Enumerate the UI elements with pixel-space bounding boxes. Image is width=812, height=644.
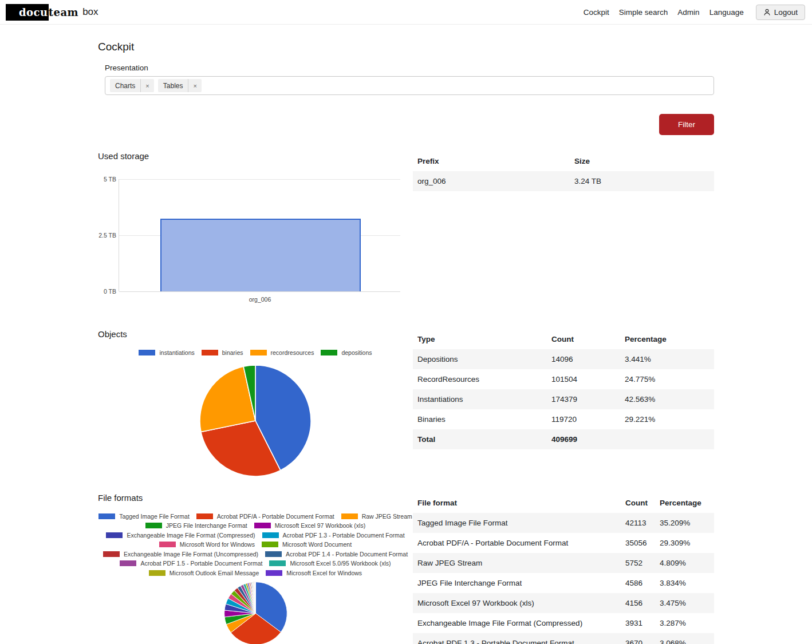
table-cell: 3.441% [620,349,714,369]
table-cell: Total [413,429,547,449]
app-root: docuteam box CockpitSimple searchAdminLa… [0,0,812,644]
table-row: Total409699 [413,429,714,449]
table-cell: 4586 [621,573,655,593]
legend-item: Exchangeable Image File Format (Uncompre… [103,551,258,558]
legend-label: Microsoft Outlook Email Message [170,570,259,576]
chip-label: Tables [158,79,188,92]
file-formats-table: File formatCountPercentageTagged Image F… [413,494,714,644]
table-cell: Instantiations [413,389,547,409]
nav-item-admin[interactable]: Admin [677,8,699,17]
legend-label: instantiations [159,349,194,356]
legend-label: Microsoft Excel 97 Workbook (xls) [275,522,366,529]
table-row: Depositions140963.441% [413,349,714,369]
legend-item: JPEG File Interchange Format [145,522,247,529]
table-cell: 3670 [621,633,655,644]
column-header: Type [413,330,547,349]
gridline [119,291,400,292]
presentation-multiselect[interactable]: Charts×Tables× [105,76,714,95]
table-cell [620,429,714,449]
used-storage-bar-chart: 0 TB2.5 TB5 TBorg_006 [98,170,407,314]
objects-section: Objects instantiationsbinariesrecordreso… [98,329,714,478]
file-formats-pie-legend: Tagged Image File FormatAcrobat PDF/A - … [98,512,413,578]
legend-item: Microsoft Excel 97 Workbook (xls) [254,522,366,529]
table-cell: 42.563% [620,389,714,409]
table-row: Tagged Image File Format4211335.209% [413,513,714,533]
legend-swatch-icon [266,570,282,576]
table-cell: 14096 [547,349,620,369]
table-row: Exchangeable Image File Format (Compress… [413,613,714,633]
legend-item: Microsoft Excel 5.0/95 Workbook (xls) [269,560,391,567]
nav-item-language[interactable]: Language [709,8,744,17]
legend-row: Microsoft Word for WindowsMicrosoft Word… [156,540,355,550]
legend-swatch-icon [265,551,282,557]
file-formats-section: File formats Tagged Image File FormatAcr… [98,493,714,644]
legend-item: Acrobat PDF 1.3 - Portable Document Form… [262,532,405,539]
legend-swatch-icon [149,570,165,576]
legend-swatch-icon [262,532,279,538]
presentation-label: Presentation [105,64,714,72]
page-title: Cockpit [98,41,812,53]
table-row: Microsoft Excel 97 Workbook (xls)41563.4… [413,593,714,613]
legend-item: recordresources [250,349,314,356]
objects-table-panel: TypeCountPercentageDepositions140963.441… [413,329,714,478]
table-header-row: File formatCountPercentage [413,494,714,513]
legend-item: depositions [321,349,372,356]
table-row: Raw JPEG Stream57524.809% [413,553,714,573]
table-cell: 29.309% [655,533,714,553]
logo: docuteam box [6,4,98,21]
legend-label: Raw JPEG Stream [362,513,412,520]
bar-org_006[interactable] [160,219,361,291]
legend-item: Microsoft Word Document [262,541,352,548]
x-axis-category-label: org_006 [160,296,360,303]
legend-swatch-icon [98,513,115,519]
legend-label: Acrobat PDF/A - Portable Document Format [217,513,334,520]
legend-item: instantiations [139,349,194,356]
filter-button[interactable]: Filter [659,114,714,135]
logout-button[interactable]: Logout [756,5,805,20]
legend-label: Tagged Image File Format [119,513,190,520]
person-icon [763,9,771,16]
table-row: RecordResources10150424.775% [413,369,714,389]
table-cell: 4156 [621,593,655,613]
table-row: Instantiations17437942.563% [413,389,714,409]
objects-table: TypeCountPercentageDepositions140963.441… [413,330,714,449]
table-cell: 101504 [547,369,620,389]
logout-label: Logout [774,8,798,17]
legend-label: Microsoft Word Document [282,541,352,548]
legend-label: JPEG File Interchange Format [166,522,247,529]
legend-label: recordresources [271,349,314,356]
objects-pie-chart [98,360,413,478]
table-cell: 3.068% [655,633,714,644]
table-cell: 3.287% [655,613,714,633]
table-cell: RecordResources [413,369,547,389]
table-cell: 119720 [547,409,620,429]
legend-item: Acrobat PDF 1.5 - Portable Document Form… [120,560,262,567]
table-cell: Acrobat PDF/A - Portable Document Format [413,533,621,553]
table-cell: Raw JPEG Stream [413,553,621,573]
used-storage-section: Used storage 0 TB2.5 TB5 TBorg_006 Prefi… [98,151,714,314]
remove-chip-icon[interactable]: × [188,79,201,92]
legend-swatch-icon [106,532,123,538]
legend-swatch-icon [250,350,267,355]
y-axis-tick-label: 0 TB [98,288,116,295]
remove-chip-icon[interactable]: × [140,79,153,92]
table-row: Acrobat PDF 1.3 - Portable Document Form… [413,633,714,644]
cockpit-page: Cockpit Presentation Charts×Tables× Filt… [0,25,812,644]
table-cell: 3.24 TB [570,171,714,191]
storage-table-panel: PrefixSizeorg_0063.24 TB [413,151,714,314]
table-cell: 174379 [547,389,620,409]
logo-docu: docu [6,4,49,21]
table-cell: 5752 [621,553,655,573]
legend-row: instantiationsbinariesrecordresourcesdep… [135,348,375,358]
nav-item-simple-search[interactable]: Simple search [619,8,668,17]
selected-chip: Charts× [110,79,154,92]
legend-row: Exchangeable Image File Format (Compress… [103,531,408,540]
legend-item: Exchangeable Image File Format (Compress… [106,532,255,539]
table-cell: 4.809% [655,553,714,573]
column-header: Percentage [655,494,714,513]
filter-row: Filter [98,114,714,135]
file-formats-pie-chart [98,580,413,644]
table-cell: Acrobat PDF 1.3 - Portable Document Form… [413,633,621,644]
nav-item-cockpit[interactable]: Cockpit [584,8,609,17]
column-header: Percentage [620,330,714,349]
